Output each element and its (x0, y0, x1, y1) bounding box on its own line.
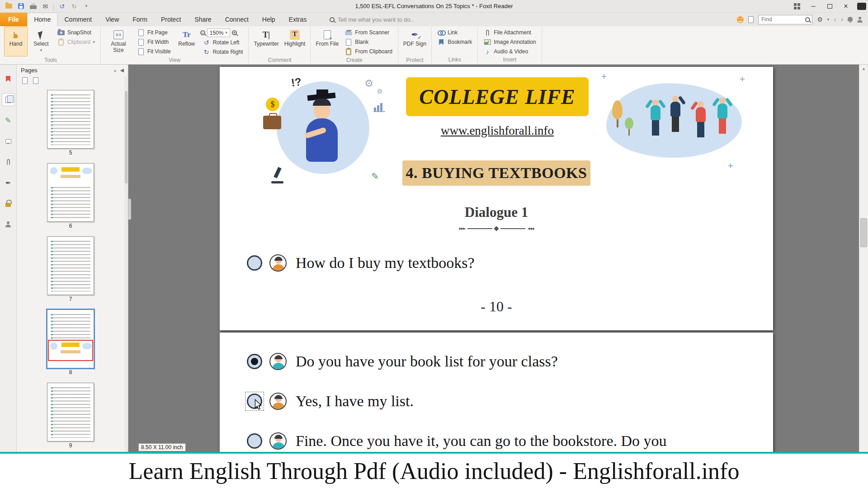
find-box[interactable] (758, 15, 812, 24)
page-thumbnail-8-selected[interactable]: 8 (47, 310, 94, 376)
signatures-panel-icon[interactable]: ✒ (2, 177, 14, 189)
fit-page-button[interactable]: Fit Page (135, 28, 173, 37)
clipboard-button[interactable]: Clipboard ▾ (55, 38, 97, 47)
tab-help[interactable]: Help (255, 13, 282, 26)
maximize-button[interactable] (822, 1, 837, 12)
layout-grid-icon[interactable] (789, 1, 805, 12)
typewriter-button[interactable]: T| Typewriter (252, 27, 280, 56)
tell-me-search[interactable]: Tell me what you want to do.. (330, 13, 414, 26)
panel-collapse-icon[interactable]: ◀ (120, 67, 124, 73)
audio-radio-focused[interactable] (247, 394, 262, 409)
rotate-left-button[interactable]: ↺ Rotate Left (200, 38, 245, 47)
feedback-smiley-icon[interactable] (737, 16, 744, 23)
settings-caret-icon[interactable]: ▾ (827, 18, 830, 22)
reflow-button[interactable]: Tr Reflow (175, 27, 198, 56)
panel-expand-icon[interactable]: » (113, 68, 116, 73)
audio-video-button[interactable]: ♪ Audio & Video (481, 47, 538, 56)
gear-icon: ⚙ (364, 78, 373, 89)
panel-scrollbar[interactable] (124, 76, 128, 488)
fit-visible-button[interactable]: Fit Visible (135, 47, 173, 56)
pencil-icon: ✎ (371, 171, 379, 182)
tab-view[interactable]: View (99, 13, 126, 26)
main-area: ✎ ✒ Pages » ◀ 5 (0, 65, 868, 488)
print-icon[interactable] (29, 2, 37, 10)
comments-panel-icon[interactable] (2, 135, 14, 147)
pdf-sign-button[interactable]: ✒✓ PDF Sign (401, 27, 428, 56)
select-tool-button[interactable]: Select ▾ (29, 27, 53, 56)
document-vertical-scrollbar[interactable]: ▲ (859, 65, 868, 488)
dialogue-line: Yes, I have my list. (247, 391, 414, 411)
document-view[interactable]: !? ⚙ ⚙ $ ✎ COLLEGE LIFE (128, 65, 859, 488)
notifications-bell-icon[interactable] (848, 17, 853, 21)
ribbon-group-tools: ☛ Hand Select ▾ SnapShot Clipboard (1, 26, 101, 64)
website-link[interactable]: www.englishforall.info (406, 124, 589, 138)
bookmarks-panel-icon[interactable] (2, 73, 14, 85)
tab-share[interactable]: Share (188, 13, 218, 26)
thumbnail-large-icon[interactable] (33, 77, 38, 84)
fit-width-button[interactable]: Fit Width (135, 38, 173, 47)
link-button[interactable]: Link (435, 28, 474, 37)
security-panel-icon[interactable] (2, 197, 14, 210)
panel-splitter[interactable] (128, 199, 131, 220)
actual-size-button[interactable]: 1:1 Actual Size (104, 27, 133, 56)
zoom-in-icon[interactable]: + (232, 30, 237, 35)
image-annotation-button[interactable]: Image Annotation (481, 38, 538, 47)
audio-radio-button[interactable] (247, 255, 262, 271)
scroll-up-button[interactable]: ▲ (859, 65, 868, 73)
account-icon[interactable] (857, 17, 863, 23)
close-button[interactable]: × (838, 1, 854, 12)
tab-extras[interactable]: Extras (282, 13, 314, 26)
annotations-panel-icon[interactable]: ✎ (2, 114, 14, 127)
hand-tool-button[interactable]: ☛ Hand (4, 27, 28, 56)
page-thumbnail-6[interactable]: 6 (47, 163, 94, 230)
nav-prev-icon[interactable]: ‹ (834, 15, 836, 23)
snapshot-button[interactable]: SnapShot (55, 28, 97, 37)
from-file-button[interactable]: + From File (314, 27, 340, 56)
highlight-button[interactable]: T Highlight (283, 27, 307, 56)
redo-icon[interactable]: ↻ (70, 2, 78, 10)
attachments-panel-icon[interactable] (2, 156, 14, 168)
tab-comment[interactable]: Comment (57, 13, 99, 26)
file-attachment-button[interactable]: File Attachment (481, 28, 538, 37)
settings-gear-icon[interactable]: ⚙ (817, 16, 823, 23)
qat-customize-caret-icon[interactable]: ▾ (82, 2, 90, 10)
audio-radio-button-selected[interactable] (247, 354, 262, 369)
audio-radio-button[interactable] (247, 433, 262, 449)
dialogue-text: Fine. Once you have it, you can go to th… (296, 432, 667, 450)
zoom-level-select[interactable]: 150% ▾ (207, 28, 230, 37)
tab-file[interactable]: File (0, 13, 27, 26)
current-view-indicator[interactable] (48, 340, 93, 361)
minimize-button[interactable]: ─ (806, 1, 821, 12)
from-clipboard-button[interactable]: From Clipboard (342, 47, 395, 56)
nav-next-icon[interactable]: › (841, 15, 843, 23)
zoom-caret-icon: ▾ (225, 31, 227, 35)
page-thumbnail-5[interactable]: 5 (47, 90, 94, 156)
tab-connect-label: Connect (225, 16, 249, 23)
zoom-out-icon[interactable]: − (200, 30, 205, 35)
tab-home[interactable]: Home (27, 13, 57, 26)
panel-scrollbar-thumb[interactable] (125, 91, 127, 183)
share-page-icon[interactable] (748, 16, 754, 23)
find-magnifier-icon[interactable] (805, 17, 810, 22)
open-file-icon[interactable] (5, 2, 13, 10)
page-thumbnail-9[interactable]: 9 (47, 383, 94, 449)
email-icon[interactable]: ✉ (41, 2, 49, 10)
from-scanner-button[interactable]: From Scanner (342, 28, 395, 37)
rotate-right-button[interactable]: ↻ Rotate Right (200, 47, 245, 56)
tab-connect[interactable]: Connect (218, 13, 255, 26)
screen-mode-button[interactable] (857, 3, 866, 10)
pages-panel-icon[interactable] (2, 94, 14, 106)
tab-form[interactable]: Form (126, 13, 154, 26)
rotate-right-label: Rotate Right (213, 49, 243, 55)
bookmark-button[interactable]: Bookmark (435, 38, 474, 47)
tab-protect[interactable]: Protect (154, 13, 188, 26)
page-thumbnail-7[interactable]: 7 (47, 236, 94, 303)
scrollbar-thumb[interactable] (860, 218, 867, 247)
blank-button[interactable]: Blank (342, 38, 395, 47)
save-icon[interactable] (17, 2, 25, 10)
thumbnail-small-icon[interactable] (22, 77, 28, 84)
undo-icon[interactable]: ↺ (58, 2, 66, 10)
accessibility-panel-icon[interactable] (2, 218, 14, 230)
tab-extras-label: Extras (289, 16, 307, 23)
find-input[interactable] (761, 16, 803, 23)
